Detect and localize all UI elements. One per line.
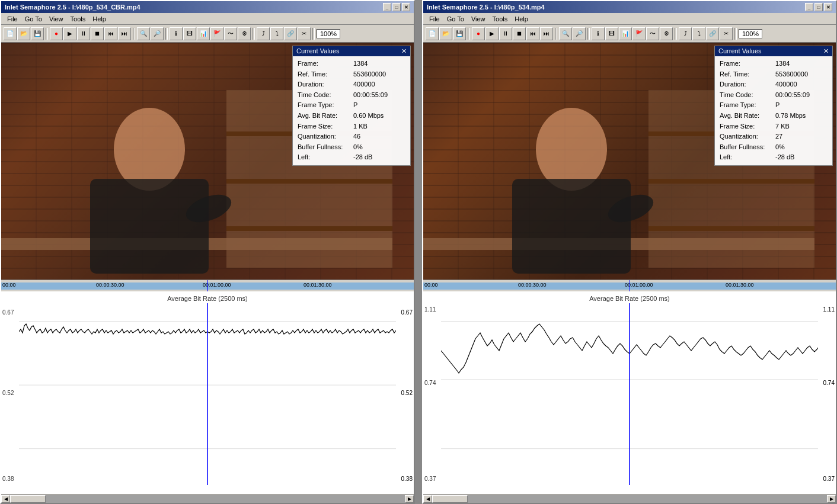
maximize-button-1[interactable]: □ — [392, 3, 401, 11]
timeline-2[interactable]: 00:00 00:00:30.00 00:01:00.00 00:01:30.0… — [423, 280, 836, 291]
menu-file-2[interactable]: File — [426, 14, 443, 24]
cv-close-icon-1[interactable]: ✕ — [401, 47, 407, 55]
cv-row-frame-1: Frame: 1384 — [298, 59, 405, 69]
tb-frames-1[interactable]: 🎞 — [183, 27, 196, 40]
cv-timecode-value-2: 00:00:55:09 — [775, 90, 810, 101]
zoom-level-2[interactable]: 100% — [739, 29, 762, 38]
tb-graph-2[interactable]: 📊 — [619, 27, 632, 40]
menu-goto-2[interactable]: Go To — [443, 14, 468, 24]
svg-rect-18 — [648, 226, 814, 231]
content-area-1: Current Values ✕ Frame: 1384 Ref. Time: … — [1, 43, 414, 503]
tb-play-2[interactable]: ▶ — [485, 27, 499, 40]
cv-timecode-label-1: Time Code: — [298, 90, 351, 101]
tb-cut-2[interactable]: ✂ — [720, 27, 733, 40]
tb-zoomin-1[interactable]: 🔍 — [137, 27, 150, 40]
current-values-panel-1: Current Values ✕ Frame: 1384 Ref. Time: … — [292, 46, 411, 166]
tb-import-1[interactable]: ⤵ — [270, 27, 283, 40]
minimize-button-2[interactable]: _ — [805, 3, 813, 11]
menu-goto-1[interactable]: Go To — [21, 14, 46, 24]
tb-open-2[interactable]: 📂 — [439, 27, 452, 40]
cv-title-text-1: Current Values — [296, 47, 340, 55]
tb-frames-2[interactable]: 🎞 — [605, 27, 618, 40]
tb-link-1[interactable]: 🔗 — [284, 27, 297, 40]
scroll-left-btn-2[interactable]: ◀ — [423, 495, 432, 503]
tb-zoomout-1[interactable]: 🔎 — [151, 27, 164, 40]
tb-stop-2[interactable]: ⏹ — [513, 27, 526, 40]
close-button-2[interactable]: ✕ — [824, 3, 832, 11]
tb-save-1[interactable]: 💾 — [31, 27, 44, 40]
zoom-level-1[interactable]: 100% — [317, 29, 340, 38]
cv-frametype-label-1: Frame Type: — [298, 100, 351, 111]
timeline-label-90-2: 00:01:30.00 — [726, 282, 754, 288]
tb-graph-1[interactable]: 📊 — [197, 27, 210, 40]
cv-title-text-2: Current Values — [718, 47, 762, 55]
tb-cut-1[interactable]: ✂ — [298, 27, 311, 40]
scrollbar-track-1[interactable] — [10, 495, 405, 503]
menu-help-2[interactable]: Help — [511, 14, 532, 24]
scrollbar-1[interactable]: ◀ ▶ — [1, 494, 414, 503]
tb-link-2[interactable]: 🔗 — [706, 27, 719, 40]
cv-row-left-2: Left: -28 dB — [720, 152, 828, 163]
video-placeholder-2: Current Values ✕ Frame: 1384 Ref. Time: … — [423, 43, 836, 280]
tb-fwd-1[interactable]: ⏭ — [118, 27, 131, 40]
title-bar-1: Inlet Semaphore 2.5 - I:\480p_534_CBR.mp… — [1, 1, 414, 13]
svg-rect-21 — [512, 179, 631, 274]
maximize-button-2[interactable]: □ — [814, 3, 823, 11]
window-1: Inlet Semaphore 2.5 - I:\480p_534_CBR.mp… — [0, 0, 415, 504]
cv-avgbitrate-label-1: Avg. Bit Rate: — [298, 111, 351, 121]
cv-title-bar-1: Current Values ✕ — [293, 46, 410, 56]
scrollbar-track-2[interactable] — [432, 495, 827, 503]
menu-view-2[interactable]: View — [468, 14, 489, 24]
title-bar-buttons-1: _ □ ✕ — [383, 3, 410, 11]
tb-pause-2[interactable]: ⏸ — [499, 27, 512, 40]
menu-view-1[interactable]: View — [46, 14, 67, 24]
scrollbar-2[interactable]: ◀ ▶ — [423, 494, 836, 503]
menu-tools-1[interactable]: Tools — [67, 14, 90, 24]
cv-row-timecode-1: Time Code: 00:00:55:09 — [298, 90, 405, 101]
tb-settings-1[interactable]: ⚙ — [238, 27, 251, 40]
tb-zoomin-2[interactable]: 🔍 — [559, 27, 572, 40]
menu-help-1[interactable]: Help — [89, 14, 110, 24]
tb-new-1[interactable]: 📄 — [4, 27, 17, 40]
tb-export-2[interactable]: ⤴ — [679, 27, 692, 40]
tb-back-2[interactable]: ⏮ — [526, 27, 539, 40]
tb-back-1[interactable]: ⏮ — [104, 27, 117, 40]
tb-zoomout-2[interactable]: 🔎 — [573, 27, 586, 40]
cv-reftime-value-2: 553600000 — [775, 69, 808, 80]
close-button-1[interactable]: ✕ — [402, 3, 410, 11]
menu-file-1[interactable]: File — [4, 14, 21, 24]
cv-frametype-value-1: P — [353, 100, 357, 111]
tb-rec-1[interactable]: ● — [50, 27, 63, 40]
tb-info-1[interactable]: ℹ — [170, 27, 183, 40]
cv-row-avgbitrate-1: Avg. Bit Rate: 0.60 Mbps — [298, 111, 405, 121]
cv-left-value-2: -28 dB — [775, 152, 794, 163]
tb-export-1[interactable]: ⤴ — [257, 27, 270, 40]
tb-pause-1[interactable]: ⏸ — [77, 27, 90, 40]
scroll-left-btn-1[interactable]: ◀ — [1, 495, 10, 503]
tb-flag-1[interactable]: 🚩 — [210, 27, 223, 40]
scroll-right-btn-2[interactable]: ▶ — [827, 495, 836, 503]
tb-fwd-2[interactable]: ⏭ — [540, 27, 553, 40]
chart-ylow-1: 0.38 — [2, 476, 14, 482]
chart-svg-2 — [441, 303, 818, 485]
tb-play-1[interactable]: ▶ — [63, 27, 76, 40]
tb-wave-2[interactable]: 〜 — [646, 27, 659, 40]
scrollbar-thumb-1[interactable] — [10, 495, 46, 503]
tb-stop-1[interactable]: ⏹ — [91, 27, 104, 40]
tb-new-2[interactable]: 📄 — [426, 27, 439, 40]
tb-info-2[interactable]: ℹ — [592, 27, 605, 40]
cv-close-icon-2[interactable]: ✕ — [823, 47, 829, 55]
tb-wave-1[interactable]: 〜 — [224, 27, 237, 40]
scrollbar-thumb-2[interactable] — [432, 495, 468, 503]
tb-open-1[interactable]: 📂 — [17, 27, 30, 40]
tb-settings-2[interactable]: ⚙ — [660, 27, 673, 40]
tb-flag-2[interactable]: 🚩 — [632, 27, 646, 40]
menu-tools-2[interactable]: Tools — [489, 14, 512, 24]
timeline-1[interactable]: 00:00 00:00:30.00 00:01:00.00 00:01:30.0… — [1, 280, 414, 291]
cv-frametype-value-2: P — [775, 100, 780, 111]
tb-save-2[interactable]: 💾 — [453, 27, 466, 40]
minimize-button-1[interactable]: _ — [383, 3, 391, 11]
tb-rec-2[interactable]: ● — [472, 27, 485, 40]
tb-import-2[interactable]: ⤵ — [692, 27, 705, 40]
scroll-right-btn-1[interactable]: ▶ — [405, 495, 414, 503]
